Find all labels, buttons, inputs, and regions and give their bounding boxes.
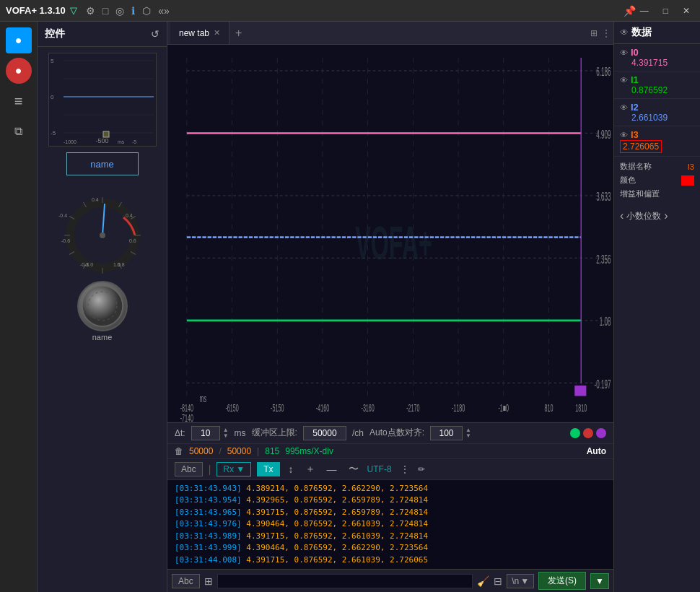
send-dropdown-button[interactable]: ▼ (590, 573, 609, 589)
send-format-label: \n (512, 576, 519, 586)
data-points: 815 (265, 446, 279, 456)
spinner-down[interactable]: ▼ (223, 433, 229, 439)
dot-green[interactable] (570, 428, 580, 438)
log-line-1: [03:31:43.954] 4.392965, 0.876592, 2.659… (175, 495, 606, 507)
widget-chart[interactable]: 5 0 -5 -1000 ms -5 -500 (48, 53, 157, 147)
buffer-input[interactable] (303, 426, 346, 440)
widget-panel: 控件 ↺ 5 0 -5 -1000 ms (38, 22, 167, 592)
svg-text:6.186: 6.186 (596, 65, 611, 79)
abc-button[interactable]: Abc (175, 462, 203, 476)
right-panel: 👁 数据 👁 I0 4.391715 👁 I1 0.876592 👁 I2 (613, 22, 700, 592)
panel-content: 5 0 -5 -1000 ms -5 -500 name (38, 47, 167, 592)
svg-text:-0.4: -0.4 (58, 213, 67, 218)
log-data-1: 4.392965, 0.876592, 2.659789, 2.724814 (246, 495, 428, 505)
send-erase-icon[interactable]: 🧹 (477, 575, 489, 587)
dot-purple[interactable] (596, 428, 606, 438)
svg-text:810: 810 (544, 402, 553, 413)
sidebar-icon-menu[interactable]: ≡ (6, 88, 32, 114)
svg-text:5: 5 (51, 58, 54, 64)
toolbar-row: Abc | Rx ▼ Tx ↕ ＋ — 〜 UTF-8 ⋮ ✏ (167, 458, 613, 479)
nav-icon[interactable]: «» (158, 5, 170, 17)
svg-text:0.6: 0.6 (129, 238, 136, 243)
auto-spinner-down[interactable]: ▼ (465, 433, 471, 439)
main-content: new tab ✕ + ⊞ ⋮ (167, 22, 613, 592)
eye-i1[interactable]: 👁 (620, 76, 628, 84)
eye-icon[interactable]: 👁 (620, 27, 629, 38)
svg-text:1.08: 1.08 (600, 315, 611, 328)
log-data-0: 4.389214, 0.876592, 2.662290, 2.723564 (246, 484, 428, 493)
info-icon[interactable]: ℹ (131, 5, 135, 17)
chevron-left[interactable]: ‹ (620, 209, 624, 222)
delete-icon[interactable]: 🗑 (175, 446, 183, 456)
widget-gauge[interactable]: 0.4 0.4 0.6 0.8 -0.8 -0.6 -0.4 -1.0 1.0 (48, 181, 157, 275)
log-time-1: [03:31:43.954] (175, 495, 242, 505)
hex-icon[interactable]: ⬡ (142, 5, 151, 17)
main-layout: ● ● ≡ ⧉ 控件 ↺ 5 0 -5 (0, 22, 700, 592)
toolbar-icons: ⚙ □ ◎ ℹ ⬡ «» 📌 (86, 5, 636, 17)
log-line-4: [03:31:43.989] 4.391715, 0.876592, 2.661… (175, 531, 606, 543)
svg-text:2.356: 2.356 (596, 252, 611, 266)
data-name-i2: I2 (631, 102, 639, 113)
logo-icon: ▽ (70, 5, 77, 16)
log-data-4: 4.391715, 0.876592, 2.661039, 2.724814 (246, 531, 428, 541)
eye-i2[interactable]: 👁 (620, 103, 628, 112)
chart-area[interactable]: 6.186 4.909 3.633 2.356 1.08 -0.197 -814… (167, 45, 613, 422)
erase-icon[interactable]: ✏ (418, 464, 425, 474)
delta-t-input[interactable]: 10 (191, 426, 220, 440)
minimize-button[interactable]: — (636, 4, 653, 17)
log-time-3: [03:31:43.976] (175, 519, 242, 528)
maximize-button[interactable]: □ (659, 4, 673, 17)
send-input[interactable] (217, 574, 473, 588)
settings-icon[interactable]: ⚙ (86, 5, 95, 17)
panel-refresh-button[interactable]: ↺ (151, 28, 159, 40)
send-bar: Abc ⊞ 🧹 ⊟ \n ▼ 发送(S) ▼ (167, 569, 613, 592)
color-dots (570, 428, 606, 438)
tab-add-button[interactable]: + (229, 27, 248, 40)
data-item-i0: 👁 I0 4.391715 (614, 44, 700, 71)
data-name-i3: I3 (631, 129, 639, 140)
tab-new[interactable]: new tab ✕ (170, 22, 229, 44)
window-icon[interactable]: □ (102, 5, 108, 17)
svg-text:-8140: -8140 (180, 402, 193, 413)
prop-name-label: 数据名称 (620, 161, 652, 172)
log-time-0: [03:31:43.943] (175, 484, 242, 493)
sep1: | (209, 463, 211, 475)
color-swatch[interactable] (681, 175, 694, 186)
tx-button[interactable]: Tx (257, 462, 279, 476)
tab-menu-icon[interactable]: ⋮ (602, 28, 611, 38)
minus-icon[interactable]: — (324, 462, 340, 476)
plus-icon[interactable]: ＋ (302, 461, 318, 477)
close-button[interactable]: ✕ (678, 4, 694, 17)
data-item-row-i2: 👁 I2 (620, 102, 694, 113)
dot-red[interactable] (583, 428, 593, 438)
svg-text:-5150: -5150 (271, 402, 284, 413)
sidebar-icon-connect[interactable]: ● (6, 27, 32, 53)
toolbar-menu-icon[interactable]: ⋮ (401, 464, 409, 474)
send-save-icon[interactable]: ⊞ (204, 575, 213, 587)
send-format-selector[interactable]: \n ▼ (507, 574, 534, 588)
data-item-row-i0: 👁 I0 (620, 47, 694, 58)
tab-close-button[interactable]: ✕ (214, 28, 220, 38)
widget-knob[interactable] (77, 281, 128, 331)
eye-i3[interactable]: 👁 (620, 131, 628, 139)
sidebar-icon-layers[interactable]: ⧉ (6, 118, 32, 144)
widget-name-label[interactable]: name (66, 152, 139, 175)
decimal-nav: ‹ 小数位数 › (614, 206, 700, 225)
data-name-i0: I0 (631, 47, 639, 58)
delta-t-spinner[interactable]: ▲ ▼ (223, 427, 229, 439)
wave-icon[interactable]: 〜 (346, 461, 362, 477)
auto-spinner[interactable]: ▲ ▼ (465, 427, 471, 439)
tab-save-icon[interactable]: ⊞ (590, 28, 598, 38)
send-copy-icon[interactable]: ⊟ (494, 575, 502, 587)
sidebar-icon-record[interactable]: ● (6, 58, 32, 84)
auto-val-input[interactable] (430, 426, 463, 440)
send-button[interactable]: 发送(S) (538, 572, 586, 590)
pin-icon[interactable]: 📌 (624, 5, 636, 17)
eye-i0[interactable]: 👁 (620, 48, 628, 57)
chevron-right[interactable]: › (664, 209, 668, 222)
format-icon[interactable]: ↕ (286, 462, 297, 476)
log-data-5: 4.390464, 0.876592, 2.662290, 2.723564 (246, 543, 428, 552)
data-item-row-i1: 👁 I1 (620, 74, 694, 85)
camera-icon[interactable]: ◎ (115, 5, 124, 17)
rx-button[interactable]: Rx ▼ (216, 462, 251, 476)
